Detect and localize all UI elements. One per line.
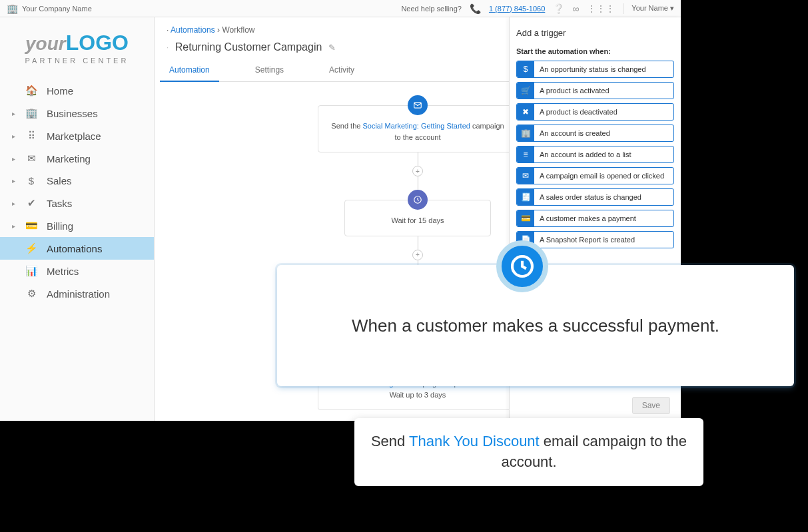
user-menu[interactable]: Your Name ▾ bbox=[631, 4, 674, 13]
nav-item-marketplace[interactable]: ▸⠿Marketplace bbox=[0, 125, 154, 147]
logo: yourLOGO PARTNER CENTER bbox=[0, 17, 154, 71]
panel-title: Add a trigger bbox=[516, 28, 674, 38]
tab-activity[interactable]: Activity bbox=[326, 60, 357, 81]
trigger-option[interactable]: 💳A customer makes a payment bbox=[516, 210, 674, 227]
dollar-icon: $ bbox=[25, 175, 37, 186]
building-icon: 🏢 bbox=[517, 125, 534, 142]
mail-icon: ✉ bbox=[25, 152, 37, 164]
mail-icon bbox=[408, 95, 428, 115]
bolt-icon: ⚡ bbox=[25, 242, 37, 254]
breadcrumb-current: Workflow bbox=[222, 25, 254, 35]
nav-item-metrics[interactable]: 📊Metrics bbox=[0, 260, 154, 282]
chevron-right-icon: ▸ bbox=[12, 110, 16, 117]
edit-icon[interactable]: ✎ bbox=[328, 43, 336, 53]
nav-item-businesses[interactable]: ▸🏢Businesses bbox=[0, 102, 154, 125]
check-icon: ✔ bbox=[25, 197, 37, 209]
logo-part1: your bbox=[25, 33, 66, 54]
nav-label: Sales bbox=[47, 175, 72, 186]
help-icon[interactable]: ❔ bbox=[553, 3, 564, 14]
home-icon: 🏠 bbox=[25, 85, 37, 97]
nav: 🏠Home▸🏢Businesses▸⠿Marketplace▸✉Marketin… bbox=[0, 79, 154, 305]
trigger-label: An account is created bbox=[534, 129, 615, 137]
clock-badge-icon bbox=[496, 240, 548, 292]
trigger-option[interactable]: 🧾A sales order status is changed bbox=[516, 188, 674, 206]
trigger-label: A sales order status is changed bbox=[534, 193, 647, 201]
page-title: Returning Customer Campagin bbox=[175, 41, 322, 53]
chevron-right-icon: ▸ bbox=[12, 133, 16, 140]
nav-item-billing[interactable]: ▸💳Billing bbox=[0, 214, 154, 237]
tab-settings[interactable]: Settings bbox=[252, 60, 286, 81]
building-icon: 🏢 bbox=[25, 107, 37, 119]
logo-part2: LOGO bbox=[66, 31, 129, 55]
infinity-icon[interactable]: ∞ bbox=[572, 3, 579, 14]
sidebar: yourLOGO PARTNER CENTER 🏠Home▸🏢Businesse… bbox=[0, 17, 155, 421]
nav-label: Administration bbox=[47, 288, 110, 300]
trigger-option[interactable]: ✖A product is deactivated bbox=[516, 103, 674, 121]
nav-item-administration[interactable]: ⚙Administration bbox=[0, 282, 154, 305]
company-name: Your Company Name bbox=[22, 5, 92, 13]
trigger-option[interactable]: ✉A campaign email is opened or clicked bbox=[516, 167, 674, 184]
nav-item-automations[interactable]: ⚡Automations bbox=[0, 237, 154, 260]
phone-icon: 📞 bbox=[470, 3, 481, 14]
nav-label: Billing bbox=[47, 220, 73, 232]
topbar-left: 🏢 Your Company Name bbox=[7, 3, 92, 14]
chevron-right-icon: ▸ bbox=[12, 200, 16, 207]
tab-automation[interactable]: Automation bbox=[167, 60, 212, 81]
trigger-option[interactable]: 🏢An account is created bbox=[516, 125, 674, 142]
apps-icon[interactable]: ⋮⋮⋮ bbox=[587, 3, 615, 14]
save-button[interactable]: Save bbox=[632, 397, 670, 414]
logo-subtitle: PARTNER CENTER bbox=[7, 57, 147, 65]
help-text: Need help selling? bbox=[401, 5, 462, 13]
nav-label: Tasks bbox=[47, 198, 72, 209]
trigger-label: A customer makes a payment bbox=[534, 214, 641, 222]
divider bbox=[623, 3, 623, 14]
phone-link[interactable]: 1 (877) 845-1060 bbox=[489, 5, 545, 13]
gear-icon: ⚙ bbox=[25, 288, 37, 300]
nav-label: Home bbox=[47, 85, 73, 97]
trigger-option[interactable]: 📄A Snapshot Report is created bbox=[516, 231, 674, 248]
trigger-list: $An opportunity status is changed🛒A prod… bbox=[516, 61, 674, 248]
panel-subtitle: Start the automation when: bbox=[516, 47, 674, 55]
chevron-right-icon: ▸ bbox=[12, 177, 16, 184]
trigger-label: A Snapshot Report is created bbox=[534, 236, 640, 244]
apps-icon: ⠿ bbox=[25, 130, 37, 142]
breadcrumb-root[interactable]: Automations bbox=[171, 25, 215, 35]
breadcrumb-sep: › bbox=[217, 25, 220, 35]
nav-item-marketing[interactable]: ▸✉Marketing bbox=[0, 147, 154, 170]
callout-second: Send Thank You Discount email campaign t… bbox=[354, 418, 703, 486]
nav-label: Marketplace bbox=[47, 131, 101, 142]
cart-icon: 🛒 bbox=[517, 82, 534, 99]
nav-item-home[interactable]: 🏠Home bbox=[0, 79, 154, 102]
nav-item-sales[interactable]: ▸$Sales bbox=[0, 170, 154, 192]
trigger-label: A product is activated bbox=[534, 87, 615, 95]
add-step-button[interactable]: + bbox=[412, 166, 423, 176]
connector bbox=[418, 152, 418, 166]
mail-icon: ✉ bbox=[517, 167, 534, 184]
trigger-option[interactable]: ≡An account is added to a list bbox=[516, 146, 674, 163]
trigger-label: An account is added to a list bbox=[534, 150, 637, 158]
connector bbox=[418, 176, 418, 190]
list-icon: ≡ bbox=[517, 146, 534, 163]
trigger-label: A product is deactivated bbox=[534, 108, 623, 116]
card-icon: 💳 bbox=[25, 220, 37, 232]
trigger-option[interactable]: $An opportunity status is changed bbox=[516, 61, 674, 78]
nav-item-tasks[interactable]: ▸✔Tasks bbox=[0, 192, 154, 214]
callout-main-text: When a customer makes a successful payme… bbox=[352, 316, 719, 336]
receipt-icon: 🧾 bbox=[517, 188, 534, 206]
discount-link[interactable]: Thank You Discount bbox=[409, 433, 540, 449]
chart-icon: 📊 bbox=[25, 265, 37, 277]
nav-label: Marketing bbox=[47, 153, 91, 164]
campaign-link-1[interactable]: Social Marketing: Getting Started bbox=[362, 122, 470, 130]
cart-off-icon: ✖ bbox=[517, 103, 534, 121]
card-icon: 💳 bbox=[517, 210, 534, 227]
add-step-button[interactable]: + bbox=[412, 250, 423, 260]
trigger-option[interactable]: 🛒A product is activated bbox=[516, 82, 674, 99]
company-icon: 🏢 bbox=[7, 3, 18, 14]
connector bbox=[418, 236, 418, 250]
trigger-label: A campaign email is opened or clicked bbox=[534, 172, 669, 180]
chevron-right-icon: ▸ bbox=[12, 155, 16, 162]
topbar-right: Need help selling? 📞 1 (877) 845-1060 ❔ … bbox=[401, 3, 674, 14]
trigger-label: An opportunity status is changed bbox=[534, 65, 651, 73]
chevron-right-icon: ▸ bbox=[12, 222, 16, 230]
clock-icon bbox=[408, 190, 428, 210]
